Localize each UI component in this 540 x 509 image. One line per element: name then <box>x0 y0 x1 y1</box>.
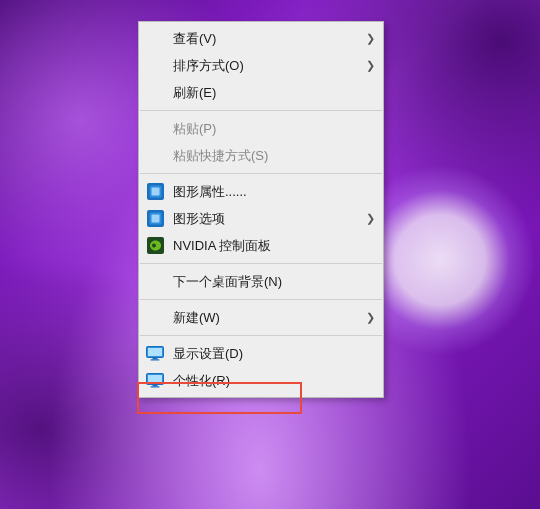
menu-item-label: 显示设置(D) <box>173 345 375 363</box>
svg-rect-14 <box>153 385 158 387</box>
svg-rect-15 <box>151 386 160 387</box>
menu-item-label: 排序方式(O) <box>173 57 365 75</box>
blank-icon <box>145 146 165 166</box>
chevron-right-icon: ❯ <box>365 213 375 224</box>
svg-rect-9 <box>148 348 162 356</box>
menu-item-label: 新建(W) <box>173 309 365 327</box>
menu-item-label: 粘贴快捷方式(S) <box>173 147 375 165</box>
menu-item-paste: 粘贴(P) <box>139 115 383 142</box>
menu-separator <box>140 110 382 111</box>
desktop-context-menu[interactable]: 查看(V)❯排序方式(O)❯刷新(E)粘贴(P)粘贴快捷方式(S)图形属性...… <box>138 21 384 398</box>
monitor-icon <box>145 371 165 391</box>
intel-icon <box>145 182 165 202</box>
menu-item-display-settings[interactable]: 显示设置(D) <box>139 340 383 367</box>
blank-icon <box>145 308 165 328</box>
menu-item-label: 刷新(E) <box>173 84 375 102</box>
blank-icon <box>145 56 165 76</box>
chevron-right-icon: ❯ <box>365 312 375 323</box>
menu-item-label: 图形选项 <box>173 210 365 228</box>
menu-item-new[interactable]: 新建(W)❯ <box>139 304 383 331</box>
svg-point-7 <box>152 244 156 248</box>
menu-item-label: 粘贴(P) <box>173 120 375 138</box>
menu-item-personalize[interactable]: 个性化(R) <box>139 367 383 394</box>
menu-item-gfx-options[interactable]: 图形选项❯ <box>139 205 383 232</box>
svg-rect-5 <box>151 215 159 223</box>
svg-rect-13 <box>148 375 162 383</box>
menu-item-paste-shortcut: 粘贴快捷方式(S) <box>139 142 383 169</box>
chevron-right-icon: ❯ <box>365 33 375 44</box>
intel-icon <box>145 209 165 229</box>
menu-item-refresh[interactable]: 刷新(E) <box>139 79 383 106</box>
menu-separator <box>140 299 382 300</box>
chevron-right-icon: ❯ <box>365 60 375 71</box>
menu-item-next-bg[interactable]: 下一个桌面背景(N) <box>139 268 383 295</box>
svg-rect-2 <box>151 188 159 196</box>
menu-item-gfx-props[interactable]: 图形属性...... <box>139 178 383 205</box>
menu-item-label: 查看(V) <box>173 30 365 48</box>
menu-item-label: 下一个桌面背景(N) <box>173 273 375 291</box>
blank-icon <box>145 29 165 49</box>
blank-icon <box>145 83 165 103</box>
nvidia-icon <box>145 236 165 256</box>
monitor-icon <box>145 344 165 364</box>
menu-separator <box>140 263 382 264</box>
svg-rect-10 <box>153 358 158 360</box>
blank-icon <box>145 119 165 139</box>
menu-item-label: 图形属性...... <box>173 183 375 201</box>
menu-item-label: 个性化(R) <box>173 372 375 390</box>
menu-item-label: NVIDIA 控制面板 <box>173 237 375 255</box>
menu-item-nvidia-panel[interactable]: NVIDIA 控制面板 <box>139 232 383 259</box>
menu-separator <box>140 173 382 174</box>
blank-icon <box>145 272 165 292</box>
menu-item-sort[interactable]: 排序方式(O)❯ <box>139 52 383 79</box>
menu-separator <box>140 335 382 336</box>
svg-rect-11 <box>151 359 160 360</box>
menu-item-view[interactable]: 查看(V)❯ <box>139 25 383 52</box>
